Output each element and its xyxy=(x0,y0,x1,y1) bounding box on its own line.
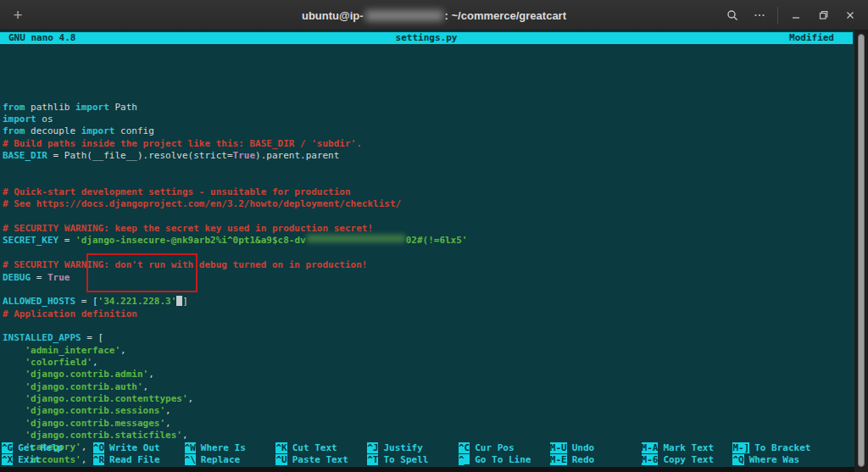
shortcut-to-spell: ^TTo Spell xyxy=(367,454,459,466)
shortcut-label: Mark Text xyxy=(663,442,714,453)
code-segment: Path xyxy=(109,102,137,113)
code-segment: , xyxy=(165,418,171,429)
code-segment xyxy=(3,430,25,441)
scrollbar-thumb[interactable] xyxy=(858,34,865,467)
code-segment: SECRET_KEY xyxy=(3,235,58,246)
code-segment: ALLOWED_HOSTS xyxy=(3,296,75,307)
shortcut-key: ^C xyxy=(459,442,470,453)
shortcut-label: Where Was xyxy=(749,454,800,465)
shortcut-write-out: ^OWrite Out xyxy=(93,442,185,454)
code-segment: ] xyxy=(182,296,188,307)
code-segment: pathlib xyxy=(25,102,76,113)
shortcut-go-to-line: ^_Go To Line xyxy=(459,454,550,466)
code-line xyxy=(3,175,850,186)
shortcut-replace: ^\Replace xyxy=(185,454,276,466)
code-segment: = xyxy=(58,235,75,246)
code-line: 'django.contrib.auth', xyxy=(3,381,850,393)
nano-shortcuts-bar: ^GGet Help^XExit^OWrite Out^RRead File^W… xyxy=(2,442,853,467)
code-segment: 'django-insecure-@nk9arb2%i^0pt1&a9$c8-d… xyxy=(75,235,306,246)
shortcut-label: Read File xyxy=(109,454,160,465)
shortcut-label: Redo xyxy=(572,454,595,465)
window-bottom-edge xyxy=(0,467,868,472)
code-segment: 'django.contrib.staticfiles' xyxy=(25,430,182,441)
code-line: # Quick-start development settings - uns… xyxy=(3,186,850,198)
code-line: from decouple import config xyxy=(3,125,850,137)
title-path: : ~/commerce/greatcart xyxy=(445,9,566,22)
shortcut-key: M-E xyxy=(550,454,567,465)
shortcut-label: Undo xyxy=(572,442,595,453)
restore-button[interactable] xyxy=(814,6,832,25)
shortcut-key: ^U xyxy=(275,454,287,465)
shortcut-key: M-U xyxy=(550,442,567,453)
code-line: 'colorfield', xyxy=(3,357,850,369)
code-line: BASE_DIR = Path(__file__).resolve(strict… xyxy=(3,150,850,162)
code-line: import os xyxy=(3,114,850,125)
search-icon[interactable] xyxy=(723,6,742,25)
nano-modified-status: Modified xyxy=(789,32,834,44)
code-segment: config xyxy=(114,125,153,136)
shortcut-where-is: ^WWhere Is xyxy=(185,442,276,454)
shortcut-key: ^T xyxy=(367,454,378,465)
shortcut-key: ^R xyxy=(93,454,104,465)
code-segment: , xyxy=(92,357,98,368)
code-segment: 02#(!=6lx5' xyxy=(406,235,468,246)
shortcut-label: Justify xyxy=(383,442,422,453)
terminal-view[interactable]: GNU nano 4.8 settings.py Modified from p… xyxy=(0,31,868,472)
shortcut-key: ^W xyxy=(185,442,196,453)
redacted-hostname xyxy=(365,10,443,21)
code-segment: = xyxy=(31,272,47,283)
nano-header-bar: GNU nano 4.8 settings.py Modified xyxy=(0,32,853,44)
shortcut-justify: ^JJustify xyxy=(367,442,459,454)
code-line: from pathlib import Path xyxy=(3,102,850,114)
code-line xyxy=(3,77,850,89)
shortcut-label: Replace xyxy=(201,454,240,465)
code-segment: # Build paths inside the project like th… xyxy=(3,138,362,149)
code-segment: INSTALLED_APPS xyxy=(3,332,81,343)
shortcut-key: M-A xyxy=(642,442,659,453)
shortcut-label: To Spell xyxy=(383,454,428,465)
code-segment: , xyxy=(148,369,154,380)
code-segment: BASE_DIR xyxy=(3,150,47,161)
code-segment: True xyxy=(47,272,70,283)
code-segment: # SECURITY WARNING: keep the secret key … xyxy=(3,223,373,234)
menu-icon[interactable] xyxy=(750,6,769,25)
minimize-button[interactable] xyxy=(787,6,805,25)
code-segment: 'django.contrib.sessions' xyxy=(25,405,166,416)
code-segment: decouple xyxy=(25,125,81,136)
annotation-red-box xyxy=(86,253,198,292)
shortcut-cut-text: ^KCut Text xyxy=(275,442,367,454)
code-segment xyxy=(3,345,25,356)
code-segment: '34.221.228.3' xyxy=(98,296,177,307)
shortcut-key: ^K xyxy=(275,442,287,453)
code-segment: DEBUG xyxy=(3,272,31,283)
title-user: ubuntu@ip- xyxy=(302,9,364,22)
code-segment: os xyxy=(36,114,53,125)
terminal-window: + ubuntu@ip-: ~/commerce/greatcart GNU n… xyxy=(0,0,868,472)
shortcut-label: Go To Line xyxy=(475,454,531,465)
window-controls xyxy=(723,0,860,31)
code-line: 'django.contrib.sessions', xyxy=(3,405,850,417)
code-segment: , xyxy=(120,345,126,356)
code-line: 'django.contrib.staticfiles', xyxy=(3,430,850,441)
code-segment xyxy=(3,418,25,429)
code-line xyxy=(3,89,850,101)
code-segment xyxy=(3,405,25,416)
code-line: ALLOWED_HOSTS = ['34.221.228.3'] xyxy=(3,296,850,308)
shortcut-key: ^Q xyxy=(732,454,743,465)
code-segment xyxy=(3,393,25,404)
shortcut-exit: ^XExit xyxy=(2,454,93,466)
shortcut-label: Get Help xyxy=(18,442,63,453)
code-line: INSTALLED_APPS = [ xyxy=(3,332,850,344)
titlebar: + ubuntu@ip-: ~/commerce/greatcart xyxy=(0,0,868,31)
close-icon[interactable] xyxy=(841,6,860,25)
code-line: # Build paths inside the project like th… xyxy=(3,138,850,150)
shortcut-label: To Bracket xyxy=(754,442,810,453)
shortcut-key: M-6 xyxy=(642,454,659,465)
code-segment xyxy=(3,381,25,392)
code-segment: True xyxy=(233,150,256,161)
shortcut-undo: M-UUndo xyxy=(550,442,642,454)
shortcut-label: Paste Text xyxy=(292,454,348,465)
shortcut-copy-text: M-6Copy Text xyxy=(642,454,733,466)
shortcut-label: Where Is xyxy=(201,442,246,453)
shortcut-key: ^O xyxy=(93,442,104,453)
